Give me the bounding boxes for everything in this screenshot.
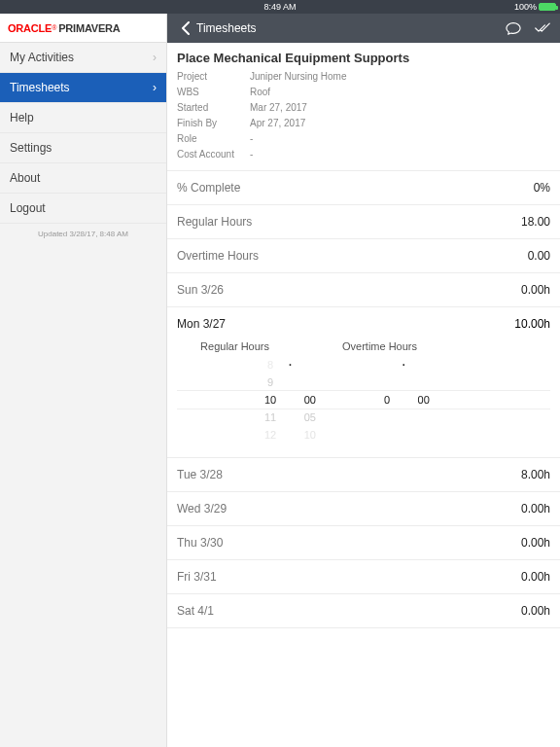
- dot-icon: ·: [288, 356, 292, 409]
- day-row-expanded: Mon 3/2710.00hRegular HoursOvertime Hour…: [167, 307, 560, 458]
- activity-header: Place Mechanical Equipment Supports Proj…: [167, 43, 560, 171]
- meta-label: Started: [177, 100, 250, 116]
- activity-title: Place Mechanical Equipment Supports: [177, 51, 550, 65]
- meta-label: Finish By: [177, 116, 250, 131]
- sidebar-item-timesheets[interactable]: Timesheets›: [0, 73, 166, 103]
- meta-value: -: [250, 147, 253, 162]
- summary-label: Regular Hours: [177, 215, 252, 229]
- battery-percent: 100%: [514, 2, 537, 12]
- sidebar-item-label: Help: [10, 111, 34, 124]
- day-label: Tue 3/28: [177, 468, 223, 481]
- day-row[interactable]: Sun 3/260.00h: [167, 273, 560, 307]
- day-row[interactable]: Sat 4/10.00h: [167, 594, 560, 628]
- meta-row: Cost Account-: [177, 147, 550, 162]
- sidebar-item-help[interactable]: Help: [0, 103, 166, 133]
- day-label: Thu 3/30: [177, 536, 223, 550]
- dot-icon: ·: [402, 356, 405, 409]
- app-logo: ORACLE® PRIMAVERA: [0, 14, 166, 43]
- meta-label: WBS: [177, 85, 250, 100]
- day-value: 0.00h: [521, 502, 550, 516]
- sidebar-item-label: Timesheets: [10, 81, 70, 94]
- meta-label: Project: [177, 69, 250, 85]
- day-label: Sun 3/26: [177, 283, 224, 297]
- day-value: 0.00h: [521, 536, 550, 550]
- meta-value: Apr 27, 2017: [250, 116, 305, 131]
- day-value: 0.00h: [521, 570, 550, 584]
- day-row[interactable]: Fri 3/310.00h: [167, 560, 560, 594]
- summary-value: 0.00: [528, 249, 550, 263]
- day-value: 0.00h: [521, 604, 550, 618]
- meta-row: StartedMar 27, 2017: [177, 100, 550, 116]
- status-time: 8:49 AM: [62, 2, 498, 12]
- sidebar-item-logout[interactable]: Logout: [0, 194, 166, 224]
- summary-label: % Complete: [177, 181, 240, 195]
- summary-row[interactable]: Regular Hours18.00: [167, 205, 560, 239]
- meta-row: WBSRoof: [177, 85, 550, 100]
- summary-row[interactable]: Overtime Hours0.00: [167, 239, 560, 273]
- meta-row: Finish ByApr 27, 2017: [177, 116, 550, 131]
- sidebar-item-label: About: [10, 171, 40, 185]
- day-label: Sat 4/1: [177, 604, 214, 618]
- wheel-regular-hours[interactable]: 89101112: [264, 356, 276, 444]
- meta-value: Juniper Nursing Home: [250, 69, 347, 85]
- meta-value: -: [250, 131, 253, 147]
- wheel-overtime-minutes[interactable]: 00: [418, 356, 430, 426]
- sidebar-item-label: Settings: [10, 141, 52, 155]
- meta-value: Roof: [250, 85, 270, 100]
- topbar: Timesheets: [167, 14, 560, 43]
- hours-picker: Regular HoursOvertime Hours89101112· 000…: [167, 337, 560, 457]
- meta-value: Mar 27, 2017: [250, 100, 307, 116]
- comment-icon[interactable]: [506, 20, 521, 36]
- day-row[interactable]: Thu 3/300.00h: [167, 526, 560, 560]
- meta-label: Cost Account: [177, 147, 250, 162]
- battery-icon: [539, 3, 556, 11]
- meta-row: Role-: [177, 131, 550, 147]
- day-label: Fri 3/31: [177, 570, 217, 584]
- sidebar-item-about[interactable]: About: [0, 163, 166, 194]
- sidebar-item-label: Logout: [10, 201, 46, 215]
- meta-label: Role: [177, 131, 250, 147]
- day-row[interactable]: Tue 3/288.00h: [167, 458, 560, 492]
- back-label: Timesheets: [196, 21, 257, 35]
- sidebar-item-settings[interactable]: Settings: [0, 133, 166, 163]
- sidebar-item-label: My Activities: [10, 51, 74, 64]
- wheel-regular-minutes[interactable]: 000510: [304, 356, 316, 444]
- day-value: 0.00h: [521, 283, 550, 297]
- sidebar-updated: Updated 3/28/17, 8:48 AM: [0, 224, 166, 244]
- meta-row: ProjectJuniper Nursing Home: [177, 69, 550, 85]
- sidebar: ORACLE® PRIMAVERA My Activities›Timeshee…: [0, 14, 167, 747]
- picker-header-regular: Regular Hours: [177, 340, 298, 352]
- double-check-icon[interactable]: [535, 20, 550, 36]
- sidebar-item-my-activities[interactable]: My Activities›: [0, 43, 166, 73]
- chevron-right-icon: ›: [153, 81, 157, 94]
- day-row[interactable]: Wed 3/290.00h: [167, 492, 560, 526]
- day-label: Mon 3/27: [177, 317, 226, 331]
- day-value: 10.00h: [514, 317, 550, 331]
- back-button[interactable]: Timesheets: [177, 20, 257, 36]
- summary-row[interactable]: % Complete0%: [167, 171, 560, 205]
- status-bar: 8:49 AM 100%: [0, 0, 560, 14]
- day-label: Wed 3/29: [177, 502, 227, 516]
- chevron-right-icon: ›: [153, 51, 157, 64]
- day-value: 8.00h: [521, 468, 550, 481]
- day-row[interactable]: Mon 3/2710.00h: [167, 307, 560, 337]
- summary-value: 18.00: [521, 215, 550, 229]
- picker-header-overtime: Overtime Hours: [298, 340, 417, 352]
- summary-value: 0%: [534, 181, 550, 195]
- summary-label: Overtime Hours: [177, 249, 259, 263]
- chevron-left-icon: [177, 20, 192, 36]
- wheel-overtime-hours[interactable]: 0: [384, 356, 390, 426]
